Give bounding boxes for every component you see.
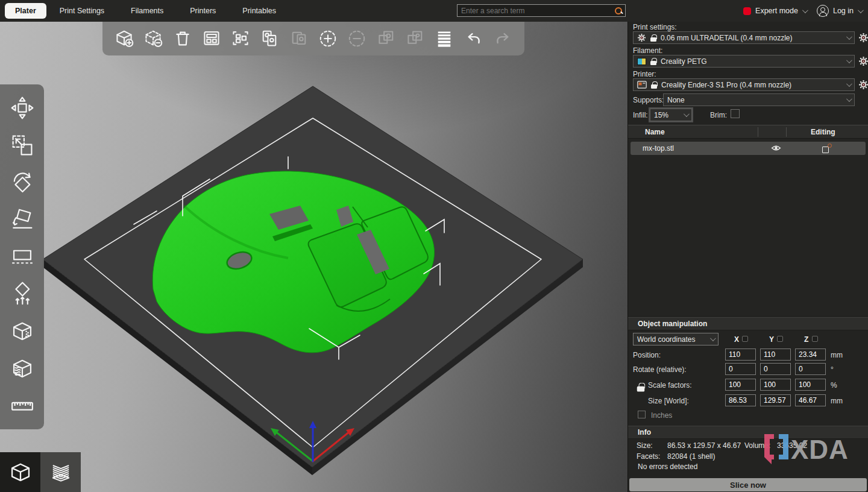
brim-label: Brim: [710, 111, 727, 119]
size-z-input[interactable] [795, 394, 826, 406]
size-unit: mm [831, 397, 843, 405]
redo-icon [491, 27, 515, 51]
split-objects-icon [374, 27, 398, 51]
rotate-x-input[interactable] [725, 363, 756, 375]
measure-icon[interactable] [8, 391, 37, 420]
object-list[interactable]: mx-top.stl [628, 139, 868, 315]
search-input[interactable] [458, 7, 614, 15]
filament-color-swatch [637, 58, 646, 65]
slicer-app: Plater Print Settings Filaments Printers… [0, 0, 868, 492]
print-settings-gear-button[interactable] [858, 33, 868, 43]
delete-object-icon[interactable] [141, 27, 165, 51]
rotate-icon[interactable] [8, 168, 37, 197]
print-settings-combo[interactable]: 0.06 mm ULTRADETAIL (0.4 mm nozzle) [633, 31, 855, 44]
delete-all-icon[interactable] [171, 27, 195, 51]
copy-icon[interactable] [257, 27, 281, 51]
user-avatar-icon[interactable] [817, 5, 829, 17]
expert-mode-icon [743, 7, 751, 15]
axis-y-label: Y [769, 335, 774, 344]
info-title: Info [638, 428, 651, 437]
undo-icon[interactable] [462, 27, 486, 51]
variable-layer-height-icon[interactable] [432, 27, 456, 51]
scale-icon[interactable] [8, 131, 37, 160]
column-editing[interactable]: Editing [811, 128, 835, 136]
object-manipulation-title: Object manipulation [638, 320, 707, 328]
tab-printables[interactable]: Printables [229, 3, 289, 19]
supports-value: None [667, 96, 685, 104]
print-settings-value: 0.06 mm ULTRADETAIL (0.4 mm nozzle) [661, 34, 793, 42]
object-settings-icon[interactable] [822, 144, 832, 153]
tab-plater[interactable]: Plater [5, 3, 46, 19]
brim-checkbox[interactable] [731, 109, 740, 118]
arrange-icon[interactable] [200, 27, 224, 51]
axis-y-toggle[interactable] [777, 336, 783, 342]
position-x-input[interactable] [725, 348, 756, 361]
position-z-input[interactable] [795, 348, 826, 361]
uniform-scale-lock-icon[interactable] [637, 383, 645, 392]
lock-icon [650, 58, 656, 65]
coordinates-combo[interactable]: World coordinates [633, 333, 719, 345]
chevron-down-icon[interactable] [858, 7, 864, 13]
viewport-3d[interactable] [0, 22, 627, 492]
tab-print-settings[interactable]: Print Settings [46, 3, 118, 19]
supports-combo[interactable]: None [663, 93, 855, 106]
info-volume-value: 33635.02 [777, 441, 807, 450]
rotate-y-input[interactable] [760, 363, 791, 375]
size-y-input[interactable] [760, 394, 791, 406]
inches-label: Inches [651, 411, 672, 420]
scene-canvas[interactable] [0, 22, 627, 492]
slice-now-button[interactable]: Slice now [629, 478, 867, 491]
chevron-down-icon[interactable] [802, 7, 808, 13]
axis-z-toggle[interactable] [812, 336, 818, 342]
coordinates-value: World coordinates [637, 335, 696, 344]
add-object-icon[interactable] [112, 27, 136, 51]
add-instance-icon[interactable] [316, 27, 340, 51]
scale-z-input[interactable] [795, 379, 826, 391]
column-name[interactable]: Name [645, 128, 665, 136]
rotate-unit: ° [831, 365, 834, 374]
editor-view-button[interactable] [0, 452, 40, 492]
preview-view-button[interactable] [40, 452, 81, 492]
chevron-down-icon [846, 34, 852, 40]
size-x-input[interactable] [725, 394, 756, 406]
info-header: Info [628, 426, 868, 439]
search-icon[interactable] [614, 7, 623, 15]
infill-combo[interactable]: 15% [650, 109, 692, 121]
object-toolbar [102, 22, 524, 55]
login-button[interactable]: Log in [833, 7, 854, 15]
mmu-painting-icon[interactable] [8, 354, 37, 383]
printer-icon [637, 81, 647, 89]
remove-instance-icon [345, 27, 369, 51]
scale-y-input[interactable] [760, 379, 791, 391]
printer-combo[interactable]: Creality Ender-3 S1 Pro (0.4 mm nozzle) [633, 78, 855, 91]
position-label: Position: [633, 351, 661, 359]
arrange-selection-icon[interactable] [228, 27, 253, 51]
tab-filaments[interactable]: Filaments [118, 3, 177, 19]
move-icon[interactable] [8, 93, 37, 122]
tab-printers[interactable]: Printers [177, 3, 229, 19]
info-facets-label: Facets: [637, 452, 660, 461]
column-divider [786, 127, 787, 137]
cut-icon[interactable] [8, 242, 37, 271]
filament-combo[interactable]: Creality PETG [633, 55, 855, 68]
paint-supports-icon[interactable] [8, 280, 37, 309]
visibility-eye-icon[interactable] [771, 144, 781, 154]
print-settings-label: Print settings: [633, 23, 677, 31]
supports-label: Supports: [633, 96, 664, 104]
info-facets-value: 82084 (1 shell) [667, 452, 715, 461]
seam-painting-icon[interactable] [8, 317, 37, 345]
place-on-face-icon[interactable] [8, 205, 37, 234]
object-row[interactable]: mx-top.stl [631, 142, 866, 155]
scale-x-input[interactable] [725, 379, 756, 391]
filament-label: Filament: [633, 46, 662, 55]
axis-x-toggle[interactable] [742, 336, 748, 342]
scale-unit: % [831, 381, 837, 390]
rotate-z-input[interactable] [795, 363, 826, 375]
mode-selector[interactable]: Expert mode [755, 7, 798, 15]
inches-checkbox[interactable] [638, 411, 646, 418]
position-y-input[interactable] [760, 348, 791, 361]
infill-label: Infill: [633, 111, 648, 119]
filament-gear-button[interactable] [858, 56, 868, 66]
printer-gear-button[interactable] [858, 80, 868, 90]
search-box[interactable] [457, 4, 626, 17]
